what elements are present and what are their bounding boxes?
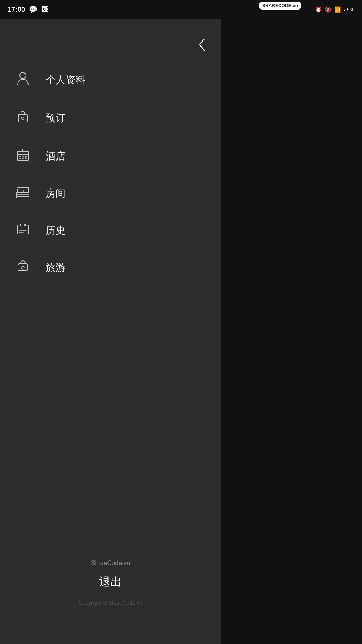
svg-point-58 <box>21 266 24 269</box>
svg-rect-39 <box>22 156 24 158</box>
logout-button[interactable]: 退出 <box>99 574 122 592</box>
svg-rect-56 <box>24 224 26 226</box>
svg-point-35 <box>22 117 24 119</box>
menu-item-travel[interactable]: 旅游 <box>15 249 206 286</box>
menu-item-room[interactable]: 房间 <box>15 175 206 212</box>
menu-list: 个人资料 预订 <box>0 61 221 286</box>
drawer-menu: 个人资料 预订 <box>0 0 221 644</box>
svg-rect-57 <box>18 264 28 271</box>
hotel-label: 酒店 <box>46 149 66 163</box>
bag-icon <box>15 110 30 126</box>
person-icon <box>15 72 30 88</box>
profile-label: 个人资料 <box>46 73 85 87</box>
svg-rect-40 <box>25 156 27 158</box>
image-icon: 🖼 <box>41 6 48 14</box>
right-panel: 欧洲 ⌢ ⌢ ⌢ <box>221 0 362 644</box>
status-right: ⏰ 🔇 📶 29% <box>315 6 362 13</box>
hotel-icon <box>15 148 30 164</box>
alarm-icon: ⏰ <box>315 6 322 13</box>
status-left: 17:00 💬 🖼 <box>0 5 48 14</box>
bed-icon <box>15 186 30 201</box>
copyright-text: Copyright © ShareCode.vn <box>78 600 143 606</box>
sharecode-logo: SHARECODE.vn <box>259 2 301 10</box>
history-icon <box>15 223 30 238</box>
booking-label: 预订 <box>46 111 66 125</box>
travel-label: 旅游 <box>46 261 66 275</box>
back-button[interactable] <box>198 38 206 54</box>
travel-icon <box>15 260 30 276</box>
time-display: 17:00 <box>8 6 25 14</box>
svg-rect-55 <box>20 224 21 226</box>
drawer-footer: ShareCode.vn 退出 Copyright © ShareCode.vn <box>0 560 221 606</box>
history-label: 历史 <box>46 224 66 237</box>
svg-point-33 <box>20 72 26 79</box>
svg-rect-38 <box>19 156 21 158</box>
battery-text: 29% <box>344 6 354 13</box>
brand-label: ShareCode.vn <box>91 560 130 567</box>
menu-item-history[interactable]: 历史 <box>15 212 206 249</box>
mute-icon: 🔇 <box>325 6 331 13</box>
status-bar: 17:00 💬 🖼 ⏰ 🔇 📶 29% <box>0 0 362 19</box>
room-label: 房间 <box>46 187 66 200</box>
wifi-icon: 📶 <box>334 6 341 13</box>
menu-item-profile[interactable]: 个人资料 <box>15 61 206 99</box>
svg-rect-37 <box>17 152 29 155</box>
message-icon: 💬 <box>29 5 37 14</box>
svg-rect-34 <box>18 114 27 122</box>
svg-rect-36 <box>17 152 29 160</box>
menu-item-hotel[interactable]: 酒店 <box>15 137 206 175</box>
menu-item-booking[interactable]: 预订 <box>15 99 206 137</box>
